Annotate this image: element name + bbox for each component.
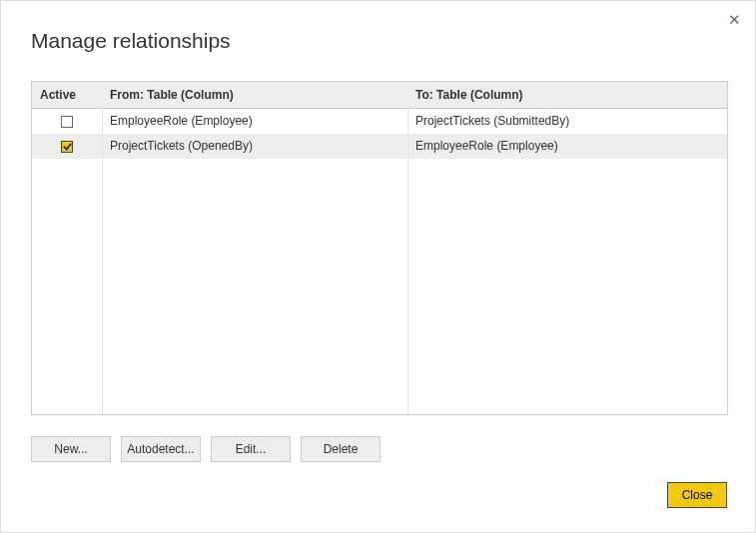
table-header-row: Active From: Table (Column) To: Table (C…	[32, 82, 727, 109]
to-cell: ProjectTickets (SubmittedBy)	[407, 109, 727, 134]
edit-button[interactable]: Edit...	[211, 436, 291, 462]
to-cell: EmployeeRole (Employee)	[407, 134, 727, 159]
header-to[interactable]: To: Table (Column)	[407, 82, 727, 109]
from-cell: ProjectTickets (OpenedBy)	[102, 134, 407, 159]
active-checkbox[interactable]	[61, 141, 73, 153]
dialog-title: Manage relationships	[31, 29, 231, 53]
new-button[interactable]: New...	[31, 436, 111, 462]
autodetect-button[interactable]: Autodetect...	[121, 436, 201, 462]
close-icon[interactable]: ✕	[728, 11, 741, 29]
table-row[interactable]: ProjectTickets (OpenedBy)EmployeeRole (E…	[32, 134, 727, 159]
active-cell	[32, 109, 102, 134]
close-row: Close	[667, 482, 727, 508]
table-row[interactable]: EmployeeRole (Employee)ProjectTickets (S…	[32, 109, 727, 134]
header-from[interactable]: From: Table (Column)	[102, 82, 407, 109]
active-checkbox[interactable]	[61, 116, 73, 128]
close-button[interactable]: Close	[667, 482, 727, 508]
column-divider	[102, 108, 103, 414]
from-cell: EmployeeRole (Employee)	[102, 109, 407, 134]
column-divider	[407, 108, 408, 414]
active-cell	[32, 134, 102, 159]
relationships-table: Active From: Table (Column) To: Table (C…	[31, 81, 728, 415]
action-buttons: New... Autodetect... Edit... Delete	[31, 436, 380, 462]
delete-button[interactable]: Delete	[301, 436, 380, 462]
header-active[interactable]: Active	[32, 82, 102, 109]
